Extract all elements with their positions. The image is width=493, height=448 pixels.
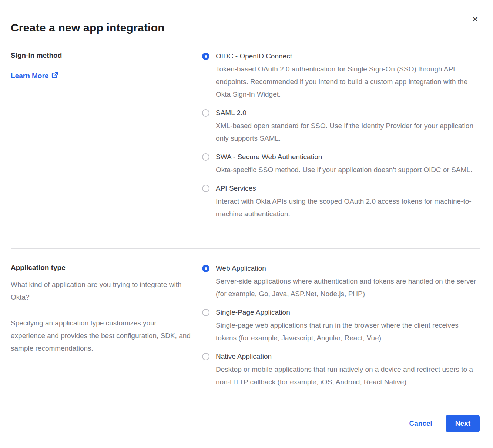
option-api-services-description: Interact with Okta APIs using the scoped… [216, 195, 479, 220]
signin-method-section: Sign-in method Learn More OIDC - OpenID … [11, 51, 480, 228]
radio-native-application[interactable] [202, 353, 209, 360]
create-app-integration-dialog: ✕ Create a new app integration Sign-in m… [0, 0, 493, 448]
option-spa-label[interactable]: Single-Page Application [216, 308, 479, 317]
option-saml-label[interactable]: SAML 2.0 [216, 108, 479, 117]
option-oidc-description: Token-based OAuth 2.0 authentication for… [216, 63, 479, 101]
radio-api-services[interactable] [202, 185, 209, 192]
application-type-left-column: Application type What kind of applicatio… [11, 264, 202, 368]
option-native-application-label[interactable]: Native Application [216, 352, 479, 361]
learn-more-link[interactable]: Learn More [11, 71, 58, 80]
application-type-question: What kind of application are you trying … [11, 278, 191, 304]
option-swa-label[interactable]: SWA - Secure Web Authentication [216, 153, 479, 161]
option-swa-description: Okta-specific SSO method. Use if your ap… [216, 164, 479, 176]
external-link-icon [51, 71, 58, 80]
cancel-button[interactable]: Cancel [409, 419, 432, 428]
application-type-heading: Application type [11, 264, 191, 272]
radio-swa[interactable] [202, 153, 209, 161]
signin-method-left-column: Sign-in method Learn More [11, 51, 202, 80]
option-web-application[interactable]: Web Application Server-side applications… [202, 264, 480, 300]
option-swa[interactable]: SWA - Secure Web Authentication Okta-spe… [202, 153, 480, 176]
option-native-application[interactable]: Native Application Desktop or mobile app… [202, 352, 480, 388]
radio-web-application-selected[interactable] [202, 265, 209, 272]
option-native-application-description: Desktop or mobile applications that run … [216, 363, 479, 388]
application-type-options: Web Application Server-side applications… [202, 264, 480, 396]
radio-oidc-selected[interactable] [202, 53, 209, 60]
option-spa[interactable]: Single-Page Application Single-page web … [202, 308, 480, 344]
signin-method-options: OIDC - OpenID Connect Token-based OAuth … [202, 51, 480, 228]
option-web-application-label[interactable]: Web Application [216, 264, 479, 273]
option-spa-description: Single-page web applications that run in… [216, 319, 479, 344]
radio-saml[interactable] [202, 109, 209, 117]
next-button[interactable]: Next [446, 415, 480, 432]
close-icon[interactable]: ✕ [470, 14, 480, 24]
option-api-services[interactable]: API Services Interact with Okta APIs usi… [202, 184, 480, 220]
option-saml-description: XML-based open standard for SSO. Use if … [216, 120, 479, 145]
section-divider [11, 248, 480, 249]
dialog-footer: Cancel Next [11, 415, 480, 432]
dialog-title: Create a new app integration [11, 21, 480, 34]
option-oidc[interactable]: OIDC - OpenID Connect Token-based OAuth … [202, 52, 480, 101]
option-api-services-label[interactable]: API Services [216, 184, 479, 193]
radio-spa[interactable] [202, 309, 209, 316]
option-oidc-label[interactable]: OIDC - OpenID Connect [216, 52, 479, 60]
option-web-application-description: Server-side applications where authentic… [216, 275, 479, 300]
application-type-explanation: Specifying an application type customize… [11, 317, 191, 355]
application-type-section: Application type What kind of applicatio… [11, 264, 480, 396]
learn-more-label: Learn More [11, 72, 48, 80]
signin-method-heading: Sign-in method [11, 51, 191, 60]
option-saml[interactable]: SAML 2.0 XML-based open standard for SSO… [202, 108, 480, 145]
